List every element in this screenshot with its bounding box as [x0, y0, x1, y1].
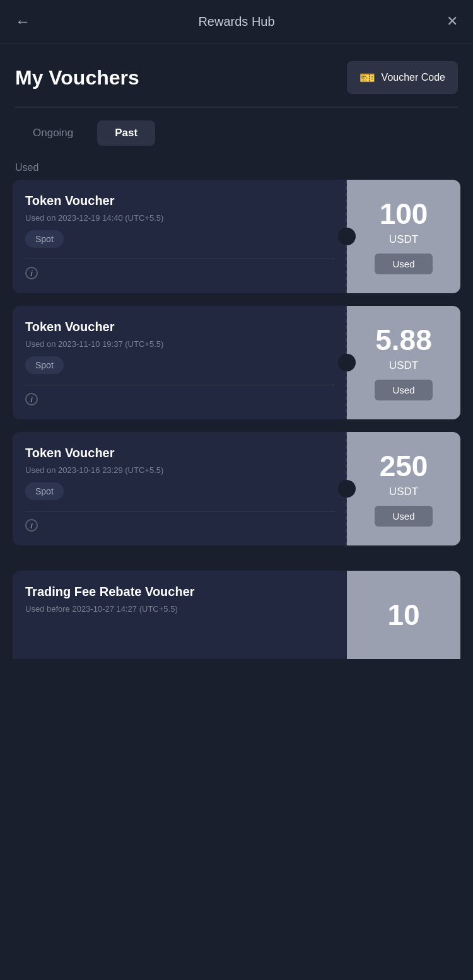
card-date-2: Used on 2023-11-10 19:37 (UTC+5.5)	[25, 339, 334, 349]
card-status-1: Used	[375, 254, 432, 274]
card-currency-1: USDT	[389, 233, 418, 246]
card-right-3: 250 USDT Used	[347, 432, 460, 545]
voucher-card-2: Token Voucher Used on 2023-11-10 19:37 (…	[13, 306, 460, 419]
tab-ongoing[interactable]: Ongoing	[15, 120, 91, 146]
page-title: My Vouchers	[15, 66, 139, 90]
close-button[interactable]: ✕	[433, 13, 458, 30]
card-left-partial: Trading Fee Rebate Voucher Used before 2…	[13, 571, 347, 659]
card-right-1: 100 USDT Used	[347, 180, 460, 293]
page-title-section: My Vouchers 🎫 Voucher Code	[0, 44, 473, 107]
card-title-partial: Trading Fee Rebate Voucher	[25, 585, 334, 599]
card-amount-2: 5.88	[375, 325, 432, 354]
card-separator-2	[25, 385, 334, 385]
card-info-1: i	[25, 267, 334, 279]
voucher-card-partial: Trading Fee Rebate Voucher Used before 2…	[13, 571, 460, 659]
card-title-1: Token Voucher	[25, 194, 334, 208]
card-status-3: Used	[375, 506, 432, 527]
voucher-code-label: Voucher Code	[382, 72, 445, 83]
card-info-2: i	[25, 393, 334, 405]
card-date-1: Used on 2023-12-19 14:40 (UTC+5.5)	[25, 213, 334, 223]
info-icon-2[interactable]: i	[25, 393, 38, 405]
voucher-card-1: Token Voucher Used on 2023-12-19 14:40 (…	[13, 180, 460, 293]
card-currency-3: USDT	[389, 486, 418, 498]
card-date-partial: Used before 2023-10-27 14:27 (UTC+5.5)	[25, 604, 334, 614]
card-right-2: 5.88 USDT Used	[347, 306, 460, 419]
card-date-3: Used on 2023-10-16 23:29 (UTC+5.5)	[25, 465, 334, 475]
card-info-3: i	[25, 519, 334, 532]
card-separator-1	[25, 259, 334, 259]
voucher-list: Token Voucher Used on 2023-12-19 14:40 (…	[0, 180, 473, 571]
card-title-2: Token Voucher	[25, 320, 334, 334]
tabs-section: Ongoing Past	[0, 108, 473, 152]
back-button[interactable]: ←	[15, 13, 40, 30]
card-status-2: Used	[375, 380, 432, 400]
card-amount-1: 100	[380, 199, 428, 228]
card-left-1: Token Voucher Used on 2023-12-19 14:40 (…	[13, 180, 347, 293]
voucher-code-button[interactable]: 🎫 Voucher Code	[347, 61, 458, 94]
card-amount-3: 250	[380, 452, 428, 481]
voucher-icon: 🎫	[359, 70, 375, 85]
card-separator-3	[25, 511, 334, 511]
section-label: Used	[0, 152, 473, 180]
card-amount-partial: 10	[387, 600, 419, 629]
info-icon-1[interactable]: i	[25, 267, 38, 279]
tab-past[interactable]: Past	[97, 120, 155, 146]
card-left-2: Token Voucher Used on 2023-11-10 19:37 (…	[13, 306, 347, 419]
card-tag-2: Spot	[25, 356, 64, 374]
card-currency-2: USDT	[389, 359, 418, 372]
header: ← Rewards Hub ✕	[0, 0, 473, 44]
card-tag-3: Spot	[25, 482, 64, 500]
card-title-3: Token Voucher	[25, 446, 334, 460]
card-right-partial: 10	[347, 571, 460, 659]
card-left-3: Token Voucher Used on 2023-10-16 23:29 (…	[13, 432, 347, 545]
info-icon-3[interactable]: i	[25, 519, 38, 532]
header-title: Rewards Hub	[198, 15, 274, 29]
voucher-card-3: Token Voucher Used on 2023-10-16 23:29 (…	[13, 432, 460, 545]
card-tag-1: Spot	[25, 230, 64, 248]
